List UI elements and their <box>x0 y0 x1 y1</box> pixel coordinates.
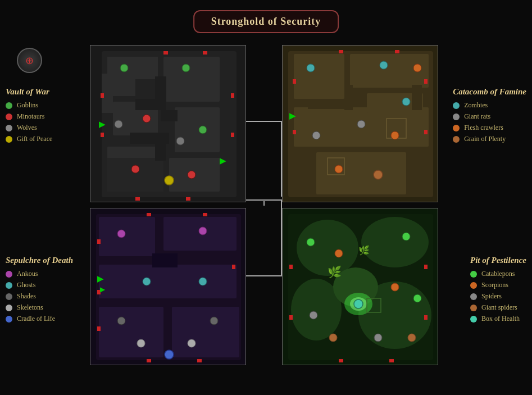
svg-point-27 <box>131 165 139 173</box>
zombie-label: Zombies <box>464 101 488 110</box>
svg-rect-102 <box>424 315 428 320</box>
catacomb-legend: Catacomb of Famine Zombies Giant rats Fl… <box>453 87 526 146</box>
ankou-label: Ankous <box>17 270 38 278</box>
svg-rect-101 <box>424 265 428 269</box>
svg-rect-12 <box>155 144 166 161</box>
svg-point-90 <box>361 217 429 267</box>
vault-of-war-legend: Vault of War Goblins Minotaurs Wolves Gi… <box>6 87 52 146</box>
page-title: Stronghold of Security <box>211 16 321 27</box>
pit-title: Pit of Pestilence <box>470 256 526 265</box>
giant-rat-dot <box>453 113 460 120</box>
zombie-dot <box>453 102 460 109</box>
pit-of-pestilence-svg: 🌿 🌿 <box>283 208 438 365</box>
svg-rect-72 <box>232 265 235 269</box>
sepulchre-of-death-svg: ▶ ▶ ▶ ▶ <box>90 208 246 365</box>
svg-point-111 <box>374 334 382 342</box>
ghost-label: Ghosts <box>17 281 35 289</box>
svg-rect-17 <box>231 93 234 98</box>
svg-rect-3 <box>163 57 220 102</box>
legend-flesh-crawlers: Flesh crawlers <box>453 124 526 132</box>
vault-of-war-map: ▶ ▶ <box>90 45 246 202</box>
svg-point-23 <box>120 64 128 72</box>
svg-rect-70 <box>147 213 151 216</box>
box-health-label: Box of Health <box>481 315 520 323</box>
minotaur-label: Minotaurs <box>17 112 44 121</box>
flesh-crawler-label: Flesh crawlers <box>464 124 503 132</box>
catacomb-of-famine-map: ▶ <box>282 45 438 202</box>
grain-label: Grain of Plenty <box>464 135 506 143</box>
svg-rect-74 <box>197 359 202 362</box>
legend-scorpions: Scorpions <box>470 281 526 289</box>
svg-rect-66 <box>163 253 178 267</box>
box-health-dot <box>470 316 477 323</box>
catablepon-dot <box>470 271 477 278</box>
svg-rect-64 <box>172 307 239 357</box>
vault-of-war-title: Vault of War <box>6 87 52 97</box>
legend-gift: Gift of Peace <box>6 135 52 143</box>
shade-label: Shades <box>17 292 36 301</box>
svg-point-29 <box>115 120 122 128</box>
svg-rect-45 <box>339 50 343 53</box>
svg-rect-4 <box>175 107 220 152</box>
legend-minotaurs: Minotaurs <box>6 112 52 121</box>
svg-rect-100 <box>289 315 293 320</box>
svg-rect-14 <box>101 133 104 137</box>
grain-dot <box>453 136 460 143</box>
svg-rect-18 <box>231 133 234 137</box>
shade-dot <box>6 293 12 300</box>
svg-point-56 <box>391 131 399 139</box>
svg-point-109 <box>391 283 399 291</box>
svg-point-31 <box>165 176 174 185</box>
svg-point-106 <box>402 233 410 240</box>
ghost-dot <box>6 282 12 289</box>
svg-point-85 <box>165 350 174 359</box>
svg-text:▶: ▶ <box>97 275 104 283</box>
catablepon-label: Catablepons <box>481 270 515 278</box>
svg-point-78 <box>199 227 207 235</box>
vault-of-war-svg: ▶ ▶ <box>90 46 246 202</box>
legend-giant-rats: Giant rats <box>453 112 526 121</box>
svg-point-107 <box>413 294 421 302</box>
pit-legend: Pit of Pestilence Catablepons Scorpions … <box>470 256 526 326</box>
svg-point-50 <box>307 64 315 72</box>
svg-point-25 <box>199 126 207 134</box>
svg-rect-69 <box>97 326 101 331</box>
goblin-label: Goblins <box>17 101 38 110</box>
svg-rect-104 <box>389 359 394 362</box>
svg-point-26 <box>143 115 151 122</box>
svg-point-112 <box>329 334 337 342</box>
svg-point-52 <box>402 98 410 106</box>
svg-rect-36 <box>316 152 406 194</box>
scorpion-dot <box>470 282 477 289</box>
legend-ankous: Ankous <box>6 270 73 278</box>
svg-point-105 <box>307 238 315 246</box>
svg-rect-46 <box>395 50 399 53</box>
legend-goblins: Goblins <box>6 101 52 110</box>
spider-label: Spiders <box>481 292 502 301</box>
svg-text:🌿: 🌿 <box>328 265 342 279</box>
svg-rect-48 <box>424 130 428 134</box>
legend-giant-spiders: Giant spiders <box>470 303 526 312</box>
svg-rect-13 <box>101 93 104 98</box>
svg-rect-19 <box>135 197 140 201</box>
spider-dot <box>470 293 477 300</box>
svg-rect-9 <box>135 99 166 110</box>
legend-wolves: Wolves <box>6 124 52 132</box>
svg-text:▶: ▶ <box>289 112 296 120</box>
legend-cradle: Cradle of Life <box>6 315 73 323</box>
svg-marker-7 <box>107 158 163 192</box>
svg-rect-40 <box>412 85 422 110</box>
svg-point-108 <box>335 249 343 257</box>
wolves-dot <box>6 125 12 131</box>
svg-point-57 <box>335 165 343 173</box>
svg-text:▶: ▶ <box>220 157 226 165</box>
svg-rect-71 <box>203 213 207 216</box>
legend-zombies: Zombies <box>453 101 526 110</box>
gift-dot <box>6 136 12 143</box>
svg-rect-73 <box>147 359 151 362</box>
scorpion-label: Scorpions <box>481 281 508 289</box>
wolves-label: Wolves <box>17 124 37 132</box>
skeleton-label: Skeletons <box>17 303 43 312</box>
svg-point-81 <box>117 317 125 325</box>
svg-point-113 <box>408 334 416 342</box>
